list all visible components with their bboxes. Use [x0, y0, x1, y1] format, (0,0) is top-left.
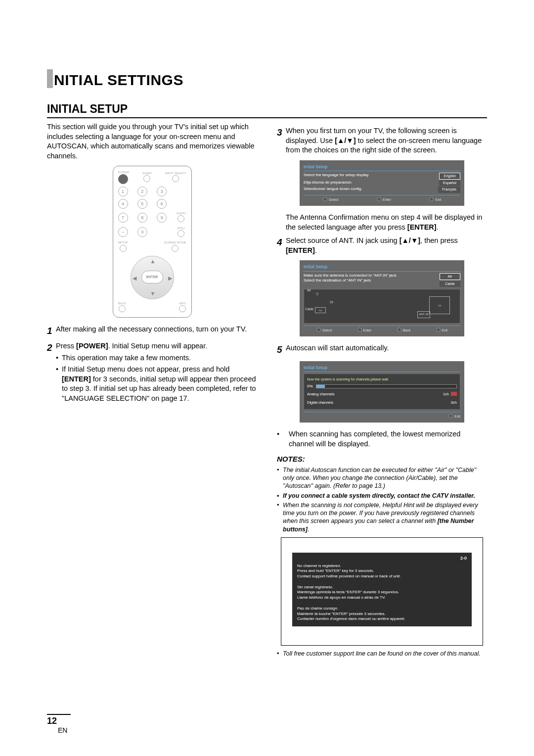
step-2-bullet-1: This operation may take a few moments.	[56, 353, 257, 363]
note-1: The initial Autoscan function can be exe…	[277, 466, 487, 490]
step-2-bullet-2: If Initial Setup menu does not appear, p…	[56, 365, 257, 403]
remote-power-label: POWER	[118, 170, 130, 174]
osd-footer-enter: Enter	[377, 197, 391, 202]
osd-title: Initial Setup	[304, 365, 460, 372]
osd-scan-msg: Now the system is scanning for channels,…	[307, 377, 457, 381]
step-2-body: Press [POWER]. Initial Setup menu will a…	[56, 341, 257, 405]
remote-back-label: BACK	[118, 301, 126, 305]
step-1: 1 After making all the necessary connect…	[47, 325, 257, 337]
hint-es-line3: Llame teléfono de apoyo en manual o atrá…	[297, 595, 467, 600]
remote-setup-button	[120, 245, 127, 252]
osd-scan-digital-value: 0ch	[451, 400, 457, 405]
chapter-title: NITIAL SETTINGS	[47, 69, 487, 89]
title-accent-bar	[47, 69, 53, 88]
remote-still-button	[178, 230, 184, 237]
step-4: 4 Select source of ANT. IN jack using [▲…	[277, 236, 487, 255]
osd-scan-screenshot: Initial Setup Now the system is scanning…	[300, 361, 464, 423]
osd-ant-cable-option: Cable	[440, 281, 460, 287]
step-3: 3 When you first turn on your TV, the fo…	[277, 126, 487, 155]
arrow-up-icon: ▲	[150, 258, 156, 265]
step-number: 2	[47, 341, 56, 405]
remote-info-label: INFO	[179, 301, 186, 305]
remote-dpad: ▲ ▼ ◀ ▶ ENTER	[131, 256, 174, 299]
remote-power-button	[118, 174, 128, 184]
osd-footer-enter: Enter	[357, 328, 372, 332]
remote-key-2: 2	[137, 187, 147, 196]
remote-key-8: 8	[137, 213, 147, 223]
tv-icon: ▭	[429, 296, 450, 314]
step-5-bullet: When scanning has completed, the lowest …	[277, 429, 487, 449]
arrow-left-icon: ◀	[133, 275, 136, 282]
osd-footer-exit: Exit	[429, 197, 441, 202]
osd-footer-select: Select	[323, 197, 338, 202]
remote-input-button	[172, 175, 179, 182]
hint-en-line1: No channel is registered.	[297, 564, 467, 568]
osd-footer-exit: Exit	[436, 328, 448, 332]
cablebox-icon: ▭	[315, 307, 326, 313]
antenna-icon: ▽	[316, 292, 318, 297]
page-number: 12 EN	[47, 714, 71, 734]
section-title: INITIAL SETUP	[47, 102, 487, 118]
remote-sleep-button	[143, 175, 150, 182]
osd-lang-fr-option: Français	[438, 187, 460, 192]
hint-en-line3: Contact support hotline provided on manu…	[297, 574, 467, 579]
osd-lang-fr-label: Sélectionner langue écran config.	[304, 187, 362, 192]
step-4-body: Select source of ANT. IN jack using [▲/▼…	[286, 236, 487, 255]
osd-scan-digital-label: Digital channels	[307, 400, 333, 405]
step-5: 5 Autoscan will start automatically.	[277, 343, 487, 356]
osd-lang-es-label: Elija idioma de preparación.	[304, 180, 353, 186]
arrow-right-icon: ▶	[168, 275, 172, 282]
remote-key-7: 7	[118, 213, 128, 223]
osd-ant-msg2: Select the destination of "ANT IN" jack.	[304, 278, 372, 283]
step-number: 3	[277, 126, 286, 155]
hint-fr-line1: Pas de chaîne consign.	[297, 606, 467, 611]
remote-screenmode-label: SCREEN MODE	[164, 240, 186, 244]
step-2: 2 Press [POWER]. Initial Setup menu will…	[47, 341, 257, 405]
right-column: 3 When you first turn on your TV, the fo…	[277, 122, 487, 660]
remote-input-label: INPUT SELECT	[165, 171, 186, 175]
antin-jack: ANT. IN	[417, 311, 430, 318]
osd-scan-bar	[316, 384, 457, 388]
stop-icon	[451, 392, 457, 396]
left-column: This section will guide you through your…	[47, 122, 257, 660]
intro-text: This section will guide you through your…	[47, 122, 257, 161]
osd-antenna-screenshot: Initial Setup Make sure the antenna is c…	[300, 260, 464, 336]
step-3-after: The Antenna Confirmation menu on step 4 …	[277, 213, 487, 232]
note-2: If you connect a cable system directly, …	[277, 492, 487, 500]
remote-key-3: 3	[157, 187, 167, 196]
remote-key-0: 0	[137, 227, 147, 237]
arrow-down-icon: ▼	[150, 290, 156, 297]
osd-ant-diagram: Air ▽ Cable ▭ Or ANT. IN ▭	[304, 289, 460, 324]
remote-sleep-label: SLEEP	[142, 171, 152, 175]
step-1-text: After making all the necessary connectio…	[56, 325, 257, 337]
osd-ant-msg1: Make sure the antenna is connected to "A…	[304, 273, 398, 278]
helpful-hint-screenshot: 2-0 No channel is registered. Press and …	[281, 537, 483, 646]
hint-es-line1: Sin canal registrado.	[297, 585, 467, 590]
remote-key-1: 1	[118, 187, 128, 196]
osd-language-screenshot: Initial Setup Select the language for se…	[300, 160, 464, 206]
osd-title: Initial Setup	[304, 264, 460, 271]
hint-channel: 2-0	[460, 556, 467, 562]
osd-footer-exit: Exit	[448, 414, 460, 419]
remote-illustration: POWER SLEEP INPUT SELECT 1 2 3 4 5 6	[113, 166, 192, 318]
osd-lang-en-option: English	[439, 173, 460, 180]
remote-enter-button: ENTER	[141, 271, 163, 284]
hint-en-line2: Press and hold "ENTER" key for 3 seconds…	[297, 568, 467, 573]
remote-audio-button	[178, 215, 184, 222]
remote-screenmode-button	[172, 245, 178, 252]
remote-back-button	[119, 305, 126, 312]
step-number: 1	[47, 325, 56, 337]
hint-fr-line3: Contacter numéro d'urgence dans manuel o…	[297, 616, 467, 621]
osd-footer-select: Select	[316, 328, 332, 332]
osd-lang-es-option: Español	[439, 180, 460, 186]
osd-scan-pct: 0%	[307, 384, 313, 389]
osd-scan-analog-label: Analog channels	[307, 392, 334, 397]
osd-footer-back: Back	[397, 328, 411, 332]
step-5-body: Autoscan will start automatically.	[286, 343, 487, 356]
remote-still-label: STILL	[176, 226, 186, 230]
hint-es-line2: Mantenga oprimida la tecla "ENTER" duran…	[297, 590, 467, 595]
remote-audio-label: AUDIO	[176, 211, 186, 215]
osd-ant-air-option: Air	[440, 273, 460, 280]
osd-scan-analog-value: 1ch	[443, 392, 449, 396]
osd-lang-en-label: Select the language for setup display.	[304, 173, 369, 180]
